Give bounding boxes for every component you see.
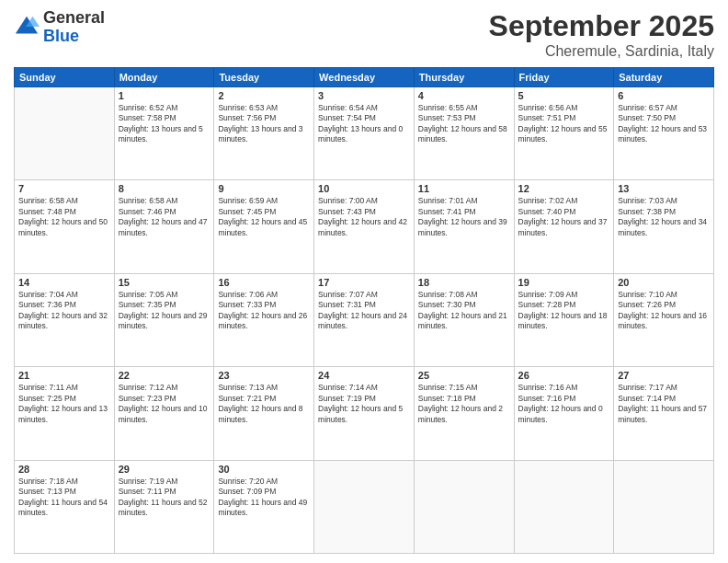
day-number: 27 [618, 370, 710, 381]
calendar-cell: 25Sunrise: 7:15 AMSunset: 7:18 PMDayligh… [414, 367, 514, 460]
calendar-cell: 14Sunrise: 7:04 AMSunset: 7:36 PMDayligh… [15, 273, 115, 366]
calendar-cell [15, 87, 115, 180]
calendar-cell: 10Sunrise: 7:00 AMSunset: 7:43 PMDayligh… [314, 180, 415, 273]
weekday-header-monday: Monday [114, 68, 214, 87]
calendar-cell: 22Sunrise: 7:12 AMSunset: 7:23 PMDayligh… [114, 367, 214, 460]
day-info: Sunrise: 7:01 AMSunset: 7:41 PMDaylight:… [418, 196, 510, 238]
day-info: Sunrise: 6:53 AMSunset: 7:56 PMDaylight:… [218, 103, 310, 145]
calendar-cell: 2Sunrise: 6:53 AMSunset: 7:56 PMDaylight… [214, 87, 314, 180]
day-info: Sunrise: 7:07 AMSunset: 7:31 PMDaylight:… [318, 290, 410, 332]
day-number: 2 [218, 90, 310, 101]
day-number: 14 [18, 277, 110, 288]
calendar-cell [614, 460, 714, 553]
calendar-cell: 1Sunrise: 6:52 AMSunset: 7:58 PMDaylight… [114, 87, 214, 180]
day-number: 12 [518, 183, 610, 194]
calendar-cell: 28Sunrise: 7:18 AMSunset: 7:13 PMDayligh… [15, 460, 115, 553]
calendar-cell: 20Sunrise: 7:10 AMSunset: 7:26 PMDayligh… [614, 273, 714, 366]
header: General Blue September 2025 Cheremule, S… [14, 9, 714, 60]
logo-blue-text: Blue [43, 27, 79, 45]
day-info: Sunrise: 6:52 AMSunset: 7:58 PMDaylight:… [119, 103, 210, 145]
day-info: Sunrise: 7:00 AMSunset: 7:43 PMDaylight:… [318, 196, 410, 238]
calendar-week-row: 21Sunrise: 7:11 AMSunset: 7:25 PMDayligh… [15, 367, 714, 460]
day-info: Sunrise: 7:18 AMSunset: 7:13 PMDaylight:… [18, 477, 110, 519]
calendar-cell: 6Sunrise: 6:57 AMSunset: 7:50 PMDaylight… [614, 87, 714, 180]
day-info: Sunrise: 7:02 AMSunset: 7:40 PMDaylight:… [518, 196, 610, 238]
calendar-cell: 7Sunrise: 6:58 AMSunset: 7:48 PMDaylight… [15, 180, 115, 273]
day-number: 10 [318, 183, 410, 194]
calendar-table: SundayMondayTuesdayWednesdayThursdayFrid… [14, 67, 714, 554]
day-number: 15 [119, 277, 210, 288]
weekday-header-sunday: Sunday [15, 68, 115, 87]
calendar-cell: 30Sunrise: 7:20 AMSunset: 7:09 PMDayligh… [214, 460, 314, 553]
calendar-cell: 3Sunrise: 6:54 AMSunset: 7:54 PMDaylight… [314, 87, 415, 180]
day-number: 3 [318, 90, 410, 101]
calendar-cell: 4Sunrise: 6:55 AMSunset: 7:53 PMDaylight… [414, 87, 514, 180]
calendar-week-row: 7Sunrise: 6:58 AMSunset: 7:48 PMDaylight… [15, 180, 714, 273]
day-info: Sunrise: 7:19 AMSunset: 7:11 PMDaylight:… [119, 477, 210, 519]
day-info: Sunrise: 7:12 AMSunset: 7:23 PMDaylight:… [119, 383, 210, 425]
day-info: Sunrise: 6:56 AMSunset: 7:51 PMDaylight:… [518, 103, 610, 145]
calendar-cell: 8Sunrise: 6:58 AMSunset: 7:46 PMDaylight… [114, 180, 214, 273]
logo-icon [14, 15, 40, 40]
day-info: Sunrise: 7:16 AMSunset: 7:16 PMDaylight:… [518, 383, 610, 425]
day-info: Sunrise: 7:09 AMSunset: 7:28 PMDaylight:… [518, 290, 610, 332]
day-number: 6 [618, 90, 710, 101]
day-info: Sunrise: 7:05 AMSunset: 7:35 PMDaylight:… [119, 290, 210, 332]
day-number: 20 [618, 277, 710, 288]
day-info: Sunrise: 7:20 AMSunset: 7:09 PMDaylight:… [218, 477, 310, 519]
calendar-cell [414, 460, 514, 553]
calendar-week-row: 28Sunrise: 7:18 AMSunset: 7:13 PMDayligh… [15, 460, 714, 553]
day-number: 28 [18, 464, 110, 475]
day-number: 26 [518, 370, 610, 381]
day-number: 11 [418, 183, 510, 194]
month-title: September 2025 [489, 9, 714, 43]
day-number: 5 [518, 90, 610, 101]
day-info: Sunrise: 7:10 AMSunset: 7:26 PMDaylight:… [618, 290, 710, 332]
calendar-cell: 17Sunrise: 7:07 AMSunset: 7:31 PMDayligh… [314, 273, 415, 366]
day-info: Sunrise: 7:03 AMSunset: 7:38 PMDaylight:… [618, 196, 710, 238]
day-number: 30 [218, 464, 310, 475]
day-number: 8 [119, 183, 210, 194]
day-number: 19 [518, 277, 610, 288]
page: General Blue September 2025 Cheremule, S… [0, 0, 728, 563]
calendar-cell: 15Sunrise: 7:05 AMSunset: 7:35 PMDayligh… [114, 273, 214, 366]
calendar-cell: 13Sunrise: 7:03 AMSunset: 7:38 PMDayligh… [614, 180, 714, 273]
day-info: Sunrise: 6:59 AMSunset: 7:45 PMDaylight:… [218, 196, 310, 238]
calendar-cell: 9Sunrise: 6:59 AMSunset: 7:45 PMDaylight… [214, 180, 314, 273]
calendar-cell: 11Sunrise: 7:01 AMSunset: 7:41 PMDayligh… [414, 180, 514, 273]
day-number: 23 [218, 370, 310, 381]
day-info: Sunrise: 7:11 AMSunset: 7:25 PMDaylight:… [18, 383, 110, 425]
calendar-cell: 24Sunrise: 7:14 AMSunset: 7:19 PMDayligh… [314, 367, 415, 460]
weekday-header-friday: Friday [514, 68, 614, 87]
weekday-header-saturday: Saturday [614, 68, 714, 87]
day-number: 1 [119, 90, 210, 101]
day-info: Sunrise: 6:58 AMSunset: 7:48 PMDaylight:… [18, 196, 110, 238]
calendar-cell: 19Sunrise: 7:09 AMSunset: 7:28 PMDayligh… [514, 273, 614, 366]
calendar-cell [314, 460, 415, 553]
day-number: 13 [618, 183, 710, 194]
title-section: September 2025 Cheremule, Sardinia, Ital… [489, 9, 714, 60]
calendar-week-row: 1Sunrise: 6:52 AMSunset: 7:58 PMDaylight… [15, 87, 714, 180]
day-info: Sunrise: 6:55 AMSunset: 7:53 PMDaylight:… [418, 103, 510, 145]
day-number: 25 [418, 370, 510, 381]
day-number: 7 [18, 183, 110, 194]
day-number: 24 [318, 370, 410, 381]
day-info: Sunrise: 6:57 AMSunset: 7:50 PMDaylight:… [618, 103, 710, 145]
day-info: Sunrise: 7:04 AMSunset: 7:36 PMDaylight:… [18, 290, 110, 332]
day-number: 16 [218, 277, 310, 288]
day-info: Sunrise: 7:14 AMSunset: 7:19 PMDaylight:… [318, 383, 410, 425]
calendar-cell: 23Sunrise: 7:13 AMSunset: 7:21 PMDayligh… [214, 367, 314, 460]
calendar-cell: 29Sunrise: 7:19 AMSunset: 7:11 PMDayligh… [114, 460, 214, 553]
calendar-cell [514, 460, 614, 553]
calendar-cell: 27Sunrise: 7:17 AMSunset: 7:14 PMDayligh… [614, 367, 714, 460]
day-info: Sunrise: 7:17 AMSunset: 7:14 PMDaylight:… [618, 383, 710, 425]
day-number: 18 [418, 277, 510, 288]
calendar-cell: 16Sunrise: 7:06 AMSunset: 7:33 PMDayligh… [214, 273, 314, 366]
weekday-header-tuesday: Tuesday [214, 68, 314, 87]
calendar-cell: 21Sunrise: 7:11 AMSunset: 7:25 PMDayligh… [15, 367, 115, 460]
location: Cheremule, Sardinia, Italy [489, 43, 714, 60]
calendar-header-row: SundayMondayTuesdayWednesdayThursdayFrid… [15, 68, 714, 87]
day-info: Sunrise: 7:13 AMSunset: 7:21 PMDaylight:… [218, 383, 310, 425]
day-info: Sunrise: 6:58 AMSunset: 7:46 PMDaylight:… [119, 196, 210, 238]
calendar-cell: 12Sunrise: 7:02 AMSunset: 7:40 PMDayligh… [514, 180, 614, 273]
